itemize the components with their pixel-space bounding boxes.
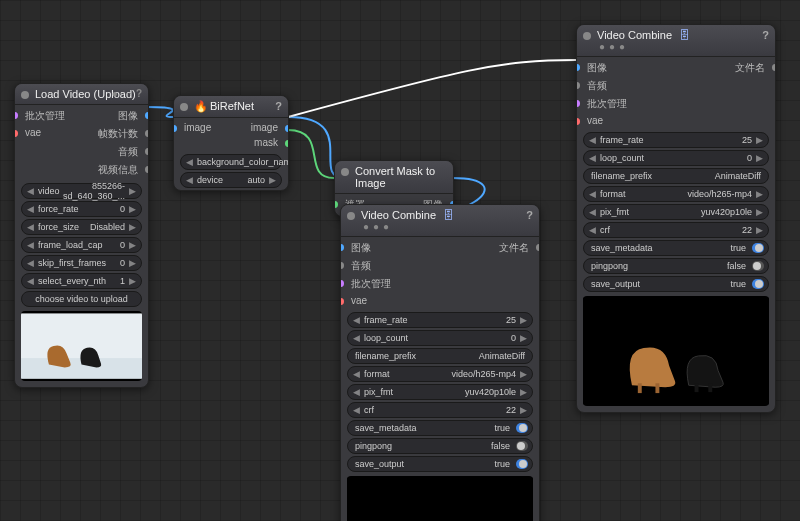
node-title[interactable]: Load Video (Upload) ● ⋯ ? bbox=[15, 84, 148, 105]
param-frame-rate[interactable]: ◀frame_rate25▶ bbox=[583, 132, 769, 148]
out-framecount[interactable]: 帧数计数 bbox=[82, 125, 149, 143]
in-image[interactable]: 图像 bbox=[577, 59, 676, 77]
title-text: BiRefNet bbox=[210, 100, 254, 112]
in-vae[interactable]: vae bbox=[15, 125, 82, 140]
svg-rect-9 bbox=[655, 383, 659, 393]
help-icon[interactable]: ? bbox=[762, 29, 769, 41]
pin-icon: ● bbox=[112, 88, 118, 99]
stack-icon: 🗄 bbox=[675, 29, 690, 41]
in-batch[interactable]: 批次管理 bbox=[577, 95, 676, 113]
param-loop-count[interactable]: ◀loop_count0▶ bbox=[347, 330, 533, 346]
stack-icon: 🗄 bbox=[439, 209, 454, 221]
param-filename-prefix[interactable]: filename_prefixAnimateDiff bbox=[583, 168, 769, 184]
out-filename[interactable]: 文件名 bbox=[676, 59, 775, 77]
param-loop-count[interactable]: ◀loop_count0▶ bbox=[583, 150, 769, 166]
out-image[interactable]: 图像 bbox=[82, 107, 149, 125]
param-pingpong[interactable]: pingpongfalse bbox=[583, 258, 769, 274]
node-title[interactable]: 🔥BiRefNet ? bbox=[174, 96, 288, 118]
param-device[interactable]: ◀deviceauto▶ bbox=[180, 172, 282, 188]
in-vae[interactable]: vae bbox=[577, 113, 676, 128]
param-force-size[interactable]: ◀force_sizeDisabled▶ bbox=[21, 219, 142, 235]
dots-icon: ●●● bbox=[597, 41, 767, 52]
in-image[interactable]: 图像 bbox=[341, 239, 440, 257]
preview-image bbox=[21, 311, 142, 381]
out-audio[interactable]: 音频 bbox=[82, 143, 149, 161]
param-save-output[interactable]: save_outputtrue bbox=[347, 456, 533, 472]
param-frame-load-cap[interactable]: ◀frame_load_cap0▶ bbox=[21, 237, 142, 253]
in-image[interactable]: image bbox=[174, 120, 231, 135]
in-audio[interactable]: 音频 bbox=[577, 77, 676, 95]
param-save-metadata[interactable]: save_metadatatrue bbox=[347, 420, 533, 436]
in-audio[interactable]: 音频 bbox=[341, 257, 440, 275]
title-text: Convert Mask to Image bbox=[355, 165, 435, 189]
node-video-combine-mask[interactable]: Video Combine 🗄 ●●● ? 图像 音频 批次管理 vae 文件名… bbox=[340, 204, 540, 521]
param-save-metadata[interactable]: save_metadatatrue bbox=[583, 240, 769, 256]
node-title[interactable]: Convert Mask to Image bbox=[335, 161, 453, 194]
param-format[interactable]: ◀formatvideo/h265-mp4▶ bbox=[583, 186, 769, 202]
param-pixfmt[interactable]: ◀pix_fmtyuv420p10le▶ bbox=[583, 204, 769, 220]
svg-rect-11 bbox=[708, 383, 712, 392]
help-icon[interactable]: ? bbox=[526, 209, 533, 221]
in-vae[interactable]: vae bbox=[341, 293, 440, 308]
node-load-video[interactable]: Load Video (Upload) ● ⋯ ? 批次管理 vae 图像 帧数… bbox=[14, 83, 149, 388]
param-filename-prefix[interactable]: filename_prefixAnimateDiff bbox=[347, 348, 533, 364]
out-filename[interactable]: 文件名 bbox=[440, 239, 539, 257]
svg-rect-7 bbox=[583, 297, 769, 405]
svg-rect-2 bbox=[347, 477, 533, 521]
param-select-nth[interactable]: ◀select_every_nth1▶ bbox=[21, 273, 142, 289]
svg-rect-8 bbox=[638, 383, 642, 393]
node-title[interactable]: Video Combine 🗄 ●●● ? bbox=[341, 205, 539, 237]
in-batch[interactable]: 批次管理 bbox=[341, 275, 440, 293]
param-save-output[interactable]: save_outputtrue bbox=[583, 276, 769, 292]
title-icons: ● ⋯ ? bbox=[112, 88, 142, 99]
title-text: Video Combine bbox=[361, 209, 436, 221]
out-mask[interactable]: mask bbox=[231, 135, 288, 150]
preview-mask bbox=[347, 476, 533, 521]
param-skip-first[interactable]: ◀skip_first_frames0▶ bbox=[21, 255, 142, 271]
param-format[interactable]: ◀formatvideo/h265-mp4▶ bbox=[347, 366, 533, 382]
param-video[interactable]: ◀video855266-sd_640_360_...▶ bbox=[21, 183, 142, 199]
node-video-combine-rgb[interactable]: Video Combine 🗄 ●●● ? 图像 音频 批次管理 vae 文件名… bbox=[576, 24, 776, 413]
param-bgcolor[interactable]: ◀background_color_name▶ bbox=[180, 154, 282, 170]
svg-rect-10 bbox=[695, 383, 699, 392]
param-pixfmt[interactable]: ◀pix_fmtyuv420p10le▶ bbox=[347, 384, 533, 400]
more-icon: ⋯ bbox=[122, 88, 132, 99]
param-force-rate[interactable]: ◀force_rate0▶ bbox=[21, 201, 142, 217]
preview-rgb bbox=[583, 296, 769, 406]
param-frame-rate[interactable]: ◀frame_rate25▶ bbox=[347, 312, 533, 328]
dots-icon: ●●● bbox=[361, 221, 531, 232]
fire-icon: 🔥 bbox=[194, 100, 208, 112]
in-batch[interactable]: 批次管理 bbox=[15, 107, 82, 125]
out-info[interactable]: 视频信息 bbox=[82, 161, 149, 179]
help-icon[interactable]: ? bbox=[136, 88, 142, 99]
node-birefnet[interactable]: 🔥BiRefNet ? image image mask ◀background… bbox=[173, 95, 289, 191]
param-pingpong[interactable]: pingpongfalse bbox=[347, 438, 533, 454]
param-crf[interactable]: ◀crf22▶ bbox=[347, 402, 533, 418]
title-text: Video Combine bbox=[597, 29, 672, 41]
node-title[interactable]: Video Combine 🗄 ●●● ? bbox=[577, 25, 775, 57]
out-image[interactable]: image bbox=[231, 120, 288, 135]
help-icon[interactable]: ? bbox=[275, 100, 282, 112]
param-crf[interactable]: ◀crf22▶ bbox=[583, 222, 769, 238]
choose-video-button[interactable]: choose video to upload bbox=[21, 291, 142, 307]
